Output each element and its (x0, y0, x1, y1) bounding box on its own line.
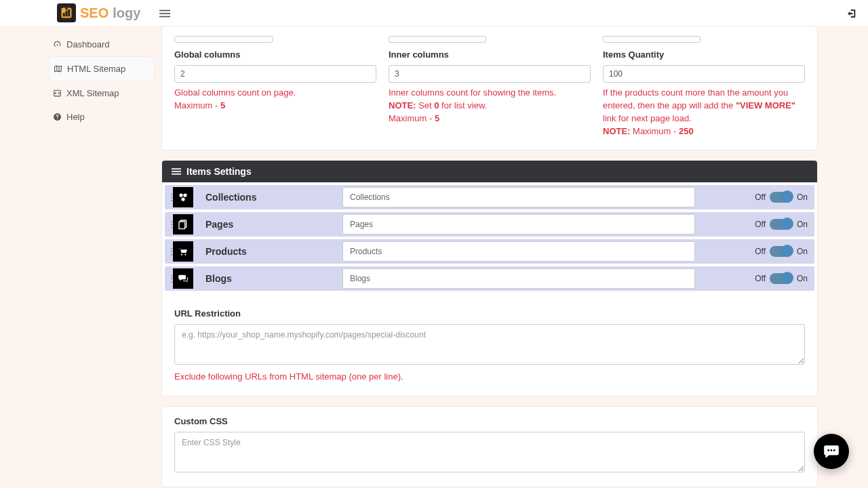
menu-toggle-icon[interactable] (159, 7, 170, 18)
svg-rect-11 (172, 169, 181, 170)
field-helper: Exclude following URLs from HTML sitemap… (174, 371, 805, 384)
gauge-icon (53, 40, 62, 49)
toggle-off-label: Off (755, 247, 766, 256)
field-label: Custom CSS (174, 416, 805, 426)
drag-handle-icon[interactable]: ⋮ (165, 197, 173, 199)
items-quantity-field: Items Quantity If the products count mor… (603, 36, 805, 138)
svg-point-15 (183, 194, 186, 197)
question-icon (53, 113, 62, 121)
main-content: Global columns Global columns count on p… (161, 26, 868, 488)
svg-point-16 (181, 198, 184, 201)
svg-point-14 (179, 194, 182, 197)
columns-card: Global columns Global columns count on p… (161, 26, 818, 150)
toggle-switch[interactable] (770, 246, 793, 257)
inner-columns-input[interactable] (389, 65, 591, 83)
toggle-wrap: Off On (695, 192, 814, 203)
cart-icon (173, 241, 193, 262)
sidebar-item-xml-sitemap[interactable]: XML Sitemap (49, 81, 155, 105)
field-label: Global columns (174, 49, 376, 60)
logo[interactable]: SEOlogy (57, 3, 140, 22)
toggle-off-label: Off (755, 192, 766, 202)
custom-css-card: Custom CSS (161, 406, 818, 487)
sidebar-item-html-sitemap[interactable]: HTML Sitemap (49, 56, 155, 81)
code-icon (53, 89, 62, 98)
truncated-input-above[interactable] (603, 36, 701, 43)
toggle-switch[interactable] (770, 192, 793, 203)
toggle-wrap: Off On (695, 219, 814, 230)
pages-icon (173, 214, 193, 235)
logo-text-seo: SEO (80, 5, 108, 21)
item-name: Pages (193, 219, 342, 230)
field-helper: Global columns count on page. Maximum - … (174, 87, 376, 113)
item-value-input[interactable] (342, 187, 695, 207)
url-restriction-textarea[interactable] (174, 324, 805, 365)
drag-handle-icon[interactable]: ⋮ (165, 224, 173, 226)
topbar-left: SEOlogy (57, 3, 170, 22)
svg-rect-3 (68, 9, 70, 17)
sidebar-item-label: HTML Sitemap (67, 64, 125, 74)
logo-text-logy: logy (113, 5, 140, 21)
sidebar: Dashboard HTML Sitemap XML Sitemap Help (0, 26, 161, 488)
list-icon (172, 167, 181, 176)
svg-point-4 (65, 7, 67, 9)
item-row-blogs: ⋮ Blogs Off On (165, 266, 814, 291)
svg-point-23 (833, 449, 835, 451)
field-helper: If the products count more than the amou… (603, 87, 805, 138)
global-columns-field: Global columns Global columns count on p… (174, 36, 376, 138)
item-name: Collections (193, 192, 342, 203)
field-label: URL Restriction (174, 308, 805, 319)
signout-icon[interactable] (846, 7, 857, 18)
field-label: Inner columns (389, 49, 591, 60)
topbar: SEOlogy (0, 0, 868, 26)
item-row-collections: ⋮ Collections Off On (165, 185, 814, 209)
svg-rect-6 (159, 13, 170, 14)
url-restriction-block: URL Restriction Exclude following URLs f… (162, 293, 817, 396)
chat-bubble-icon (823, 443, 840, 460)
svg-point-19 (181, 254, 182, 256)
item-row-pages: ⋮ Pages Off On (165, 212, 814, 237)
chat-icon (173, 268, 193, 289)
drag-handle-icon[interactable]: ⋮ (165, 251, 173, 253)
svg-rect-13 (172, 174, 181, 175)
svg-point-22 (831, 449, 833, 451)
toggle-on-label: On (797, 192, 808, 202)
field-label: Items Quantity (603, 49, 805, 60)
toggle-off-label: Off (755, 220, 766, 229)
field-helper: Inner columns count for showing the item… (389, 87, 591, 125)
toggle-switch[interactable] (770, 219, 793, 230)
item-value-input[interactable] (342, 268, 695, 289)
sidebar-item-label: Help (66, 112, 85, 122)
svg-point-20 (184, 254, 186, 256)
svg-point-21 (827, 449, 829, 451)
sidebar-item-label: Dashboard (66, 39, 110, 49)
svg-rect-12 (172, 171, 181, 173)
svg-rect-7 (159, 16, 170, 17)
collections-icon (173, 187, 193, 207)
toggle-wrap: Off On (695, 246, 814, 257)
items-quantity-input[interactable] (603, 65, 805, 83)
global-columns-input[interactable] (174, 65, 376, 83)
chat-fab[interactable] (814, 434, 849, 469)
sidebar-item-dashboard[interactable]: Dashboard (49, 33, 155, 56)
toggle-on-label: On (797, 220, 808, 229)
custom-css-textarea[interactable] (174, 432, 805, 472)
toggle-on-label: On (797, 247, 808, 256)
svg-point-10 (57, 119, 58, 119)
drag-handle-icon[interactable]: ⋮ (165, 278, 173, 280)
map-icon (54, 64, 63, 73)
toggle-wrap: Off On (695, 273, 814, 284)
item-name: Products (193, 246, 342, 257)
sidebar-item-help[interactable]: Help (49, 105, 155, 129)
item-value-input[interactable] (342, 241, 695, 262)
items-settings-card: Items Settings ⋮ Collections Off On ⋮ (161, 160, 818, 396)
svg-rect-1 (63, 13, 65, 16)
item-value-input[interactable] (342, 214, 695, 235)
svg-rect-18 (179, 222, 185, 229)
logo-icon (57, 3, 76, 22)
truncated-input-above[interactable] (174, 36, 273, 43)
toggle-off-label: Off (755, 274, 766, 283)
truncated-input-above[interactable] (389, 36, 486, 43)
svg-rect-2 (66, 11, 68, 16)
toggle-switch[interactable] (770, 273, 793, 284)
item-name: Blogs (193, 273, 342, 284)
